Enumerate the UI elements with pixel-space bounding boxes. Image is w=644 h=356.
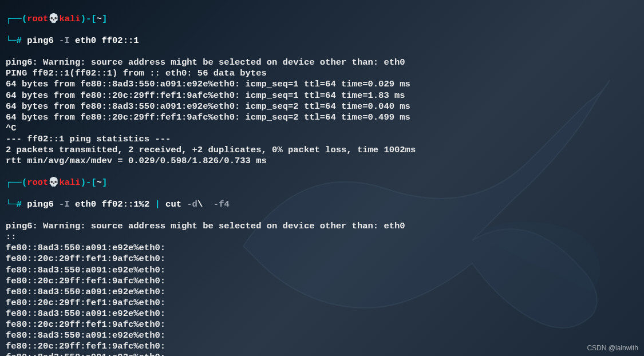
prompt-line-1-top: ┌──(root💀kali)-[~] bbox=[6, 14, 638, 25]
output-ping-header: PING ff02::1(ff02::1) from :: eth0: 56 d… bbox=[6, 68, 267, 78]
csdn-watermark: CSDN @lainwith bbox=[587, 344, 638, 353]
output-reply-1: 64 bytes from fe80::8ad3:550:a091:e92e%e… bbox=[6, 79, 410, 89]
output-stats-1: 2 packets transmitted, 2 received, +2 du… bbox=[6, 145, 416, 155]
output-addr-1: fe80::8ad3:550:a091:e92e%eth0: bbox=[6, 243, 165, 253]
output-addr-3: fe80::8ad3:550:a091:e92e%eth0: bbox=[6, 265, 165, 275]
output-addr-2: fe80::20c:29ff:fef1:9afc%eth0: bbox=[6, 254, 165, 264]
blank-line bbox=[6, 167, 11, 177]
command-1: ping6 -I eth0 ff02::1 bbox=[22, 35, 139, 46]
output-addr-7: fe80::8ad3:550:a091:e92e%eth0: bbox=[6, 308, 165, 319]
prompt-line-2-cmd: └─# ping6 -I eth0 ff02::1%2 | cut -d\ -f… bbox=[6, 199, 638, 210]
skull-icon: 💀 bbox=[48, 14, 59, 24]
output-stats-header: --- ff02::1 ping statistics --- bbox=[6, 134, 171, 144]
output-warning-1: ping6: Warning: source address might be … bbox=[6, 57, 405, 68]
output-addr-8: fe80::20c:29ff:fef1:9afc%eth0: bbox=[6, 319, 165, 330]
skull-icon: 💀 bbox=[48, 177, 59, 188]
output-reply-2: 64 bytes from fe80::20c:29ff:fef1:9afc%e… bbox=[6, 90, 405, 101]
output-addr-0: :: bbox=[6, 232, 17, 242]
prompt-line-2-top: ┌──(root💀kali)-[~] bbox=[6, 177, 638, 188]
output-stats-2: rtt min/avg/max/mdev = 0.029/0.598/1.826… bbox=[6, 156, 267, 166]
output-addr-6: fe80::20c:29ff:fef1:9afc%eth0: bbox=[6, 298, 165, 308]
output-interrupt-1: ^C bbox=[6, 123, 17, 133]
pipe-icon: | bbox=[155, 199, 160, 209]
terminal-output[interactable]: ┌──(root💀kali)-[~] └─# ping6 -I eth0 ff0… bbox=[6, 3, 638, 356]
output-addr-10: fe80::20c:29ff:fef1:9afc%eth0: bbox=[6, 341, 165, 351]
output-addr-5: fe80::8ad3:550:a091:e92e%eth0: bbox=[6, 287, 165, 297]
output-addr-9: fe80::8ad3:550:a091:e92e%eth0: bbox=[6, 330, 165, 341]
output-addr-4: fe80::20c:29ff:fef1:9afc%eth0: bbox=[6, 276, 165, 286]
command-2: ping6 -I eth0 ff02::1%2 | cut -d\ -f4 bbox=[22, 199, 230, 209]
output-reply-4: 64 bytes from fe80::20c:29ff:fef1:9afc%e… bbox=[6, 112, 410, 122]
output-addr-11: fe80::8ad3:550:a091:e92e%eth0: bbox=[6, 352, 165, 356]
prompt-line-1-cmd: └─# ping6 -I eth0 ff02::1 bbox=[6, 35, 638, 46]
output-reply-3: 64 bytes from fe80::8ad3:550:a091:e92e%e… bbox=[6, 101, 410, 112]
output-warning-2: ping6: Warning: source address might be … bbox=[6, 221, 405, 231]
